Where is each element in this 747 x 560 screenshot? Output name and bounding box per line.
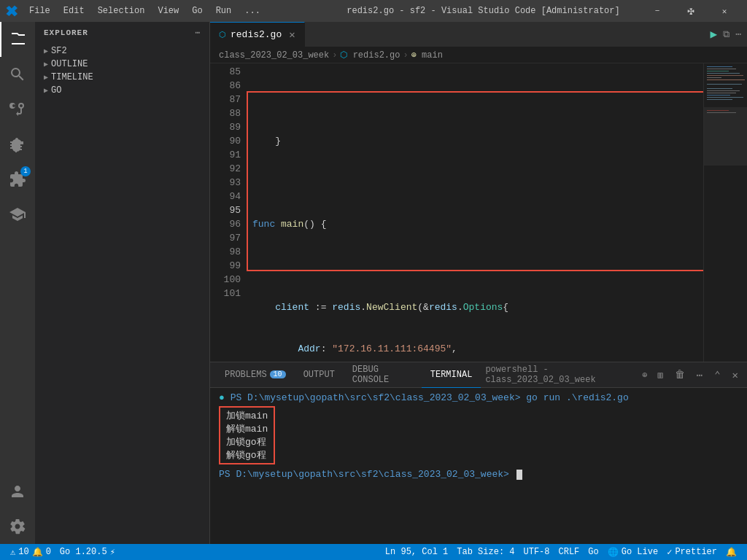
go-version-label: Go 1.20.5 [60,547,107,557]
menu-bar: File Edit Selection View Go Run ... [23,4,326,18]
menu-file[interactable]: File [23,4,56,18]
menu-go[interactable]: Go [186,4,208,18]
tab-output[interactable]: OUTPUT [295,362,344,388]
chevron-right-icon: ▶ [44,60,48,69]
bell-icon: 🔔 [726,547,737,558]
run-icon[interactable]: ▶ [711,27,718,42]
panel-tabs: PROBLEMS 10 OUTPUT DEBUG CONSOLE TERMINA… [210,362,747,388]
svg-rect-17 [704,107,747,166]
warning-icon: 🔔 [32,547,43,558]
terminal-output-line-3: 加锁go程 [226,435,268,448]
status-position[interactable]: Ln 95, Col 1 [381,544,452,560]
terminal-output-line-1: 加锁main [226,409,268,422]
debug-activity-icon[interactable] [0,127,35,162]
search-activity-icon[interactable] [0,57,35,92]
encoding-label: UTF-8 [524,547,550,557]
menu-selection[interactable]: Selection [92,4,151,18]
menu-view[interactable]: View [152,4,185,18]
explorer-activity-icon[interactable] [0,22,35,57]
tab-terminal[interactable]: TERMINAL [422,362,481,388]
window-controls: − ⧾ ✕ [640,0,741,22]
sidebar-item-outline[interactable]: ▶ OUTLINE [35,58,209,71]
activitybar: 1 [0,22,35,544]
tab-debug-console[interactable]: DEBUG CONSOLE [344,362,422,388]
sidebar: EXPLORER ⋯ ▶ SF2 ▶ OUTLINE ▶ TIMELINE ▶ … [35,22,210,544]
accounts-activity-icon[interactable] [0,474,35,509]
panel-tab-debug-label: DEBUG CONSOLE [352,365,413,385]
svg-rect-16 [707,99,732,100]
svg-rect-11 [707,88,732,89]
status-notifications[interactable]: 🔔 [721,544,741,560]
go-live-label: Go Live [622,547,658,557]
breadcrumb-symbol[interactable]: ⊕ main [411,50,443,61]
add-terminal-icon[interactable]: ⊕ [640,370,649,381]
test-activity-icon[interactable] [0,197,35,232]
status-language[interactable]: Go [584,544,603,560]
extensions-activity-icon[interactable]: 1 [0,162,35,197]
breadcrumb-folder[interactable]: class_2023_02_03_week [219,50,329,61]
terminal-prompt2: PS D:\mysetup\gopath\src\sf2\class_2023_… [219,469,509,480]
settings-activity-icon[interactable] [0,509,35,544]
tab-close-button[interactable]: ✕ [289,28,295,41]
sidebar-title: EXPLORER [44,28,88,37]
panel: PROBLEMS 10 OUTPUT DEBUG CONSOLE TERMINA… [210,362,747,544]
sidebar-item-go[interactable]: ▶ GO [35,84,209,97]
panel-tab-problems-label: PROBLEMS [225,370,267,380]
editor-area: ⬡ redis2.go ✕ ▶ ⧉ ⋯ class_2023_02_03_wee… [210,22,747,544]
terminal-output-line-2: 解锁main [226,422,268,435]
sidebar-more-icon[interactable]: ⋯ [195,28,201,37]
menu-run[interactable]: Run [210,4,238,18]
minimize-button[interactable]: − [640,0,674,22]
status-go-live[interactable]: 🌐 Go Live [603,544,662,560]
panel-more-icon[interactable]: ⋯ [694,368,705,383]
language-label: Go [588,547,598,557]
code-area[interactable]: 85 86 87 88 89 90 91 92 93 94 95 96 97 9… [210,63,747,362]
editor-actions: ▶ ⧉ ⋯ [705,27,747,42]
more-actions-icon[interactable]: ⋯ [735,28,741,40]
globe-icon: 🌐 [608,547,619,558]
status-encoding[interactable]: UTF-8 [519,544,554,560]
restore-button[interactable]: ⧾ [674,0,708,22]
tab-problems[interactable]: PROBLEMS 10 [216,362,295,388]
titlebar: File Edit Selection View Go Run ... redi… [0,0,747,22]
breadcrumb-symbol-icon: ⊕ [411,50,417,61]
close-panel-icon[interactable]: ✕ [729,368,741,383]
split-editor-icon[interactable]: ⧉ [723,29,729,40]
status-go-version[interactable]: Go 1.20.5 ⚡ [55,544,120,560]
terminal-cursor [516,470,522,480]
kill-terminal-icon[interactable]: 🗑 [672,368,688,382]
panel-tab-terminal-label: TERMINAL [430,370,473,380]
terminal-content[interactable]: ● PS D:\mysetup\gopath\src\sf2\class_202… [210,388,747,544]
status-eol[interactable]: CRLF [554,544,584,560]
menu-edit[interactable]: Edit [58,4,90,18]
error-icon: ⚠ [10,547,15,558]
tab-size-label: Tab Size: 4 [457,547,514,557]
tab-redis2[interactable]: ⬡ redis2.go ✕ [210,22,305,47]
breadcrumb-go-icon: ⬡ [340,50,347,61]
status-tab-size[interactable]: Tab Size: 4 [452,544,519,560]
code-line-90: Addr: "172.16.11.111:64495", [252,342,703,356]
main-layout: 1 EXPLORER ⋯ ▶ SF2 ▶ OUTLINE [0,22,747,544]
breadcrumb-file[interactable]: ⬡ redis2.go [340,50,400,61]
menu-more[interactable]: ... [239,4,266,18]
status-errors[interactable]: ⚠ 10 🔔 0 [6,544,55,560]
close-button[interactable]: ✕ [708,0,741,22]
sidebar-item-sf2[interactable]: ▶ SF2 [35,44,209,58]
error-count: 10 [18,547,28,557]
status-prettier[interactable]: ✓ Prettier [662,544,721,560]
sidebar-item-timeline[interactable]: ▶ TIMELINE [35,71,209,84]
sidebar-label-timeline: TIMELINE [51,72,93,82]
sidebar-label-sf2: SF2 [51,46,67,56]
code-editor[interactable]: } func main() { client := redis.NewClien… [247,63,703,362]
terminal-output-block: 加锁main 解锁main 加锁go程 解锁go程 [219,406,738,464]
split-terminal-icon[interactable]: ▥ [654,370,665,381]
terminal-command: PS D:\mysetup\gopath\src\sf2\class_2023_… [231,392,629,403]
chevron-right-icon: ▶ [44,86,48,95]
check-icon: ✓ [667,547,672,558]
chevron-up-icon[interactable]: ⌃ [711,368,723,383]
sidebar-label-outline: OUTLINE [51,59,88,69]
terminal-output-line-4: 解锁go程 [226,448,268,462]
svg-rect-18 [707,110,729,111]
source-control-activity-icon[interactable] [0,92,35,127]
svg-rect-6 [707,77,721,78]
